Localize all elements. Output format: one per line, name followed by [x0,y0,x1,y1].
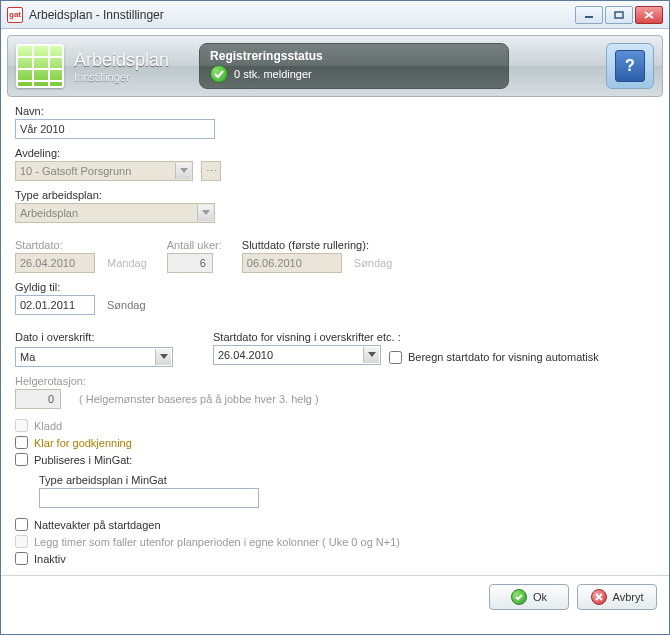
header-subtitle: Innstillinger [74,71,169,83]
minimize-button[interactable] [575,6,603,24]
startdato-visning-select[interactable] [213,345,381,365]
svg-marker-7 [368,352,376,357]
calendar-icon [16,44,64,88]
svg-rect-1 [615,12,623,18]
form-body: Navn: Avdeling: ⋯ Type arbeidsplan: Star [1,105,669,569]
beregn-auto-checkbox[interactable]: Beregn startdato for visning automatisk [389,351,599,364]
helgerotasjon-hint: ( Helgemønster baseres på å jobbe hver 3… [79,393,319,405]
navn-label: Navn: [15,105,655,117]
chevron-down-icon [197,205,213,221]
avbryt-button[interactable]: Avbryt [577,584,657,610]
sluttdato-label: Sluttdato (første rullering): [242,239,393,251]
titlebar: gat Arbeidsplan - Innstillinger [1,1,669,29]
ellipsis-icon: ⋯ [206,165,217,178]
avdeling-select [15,161,193,181]
antall-uker-label: Antall uker: [167,239,222,251]
registration-status: Registreringsstatus 0 stk. meldinger [199,43,509,89]
sluttdato-dayname: Søndag [354,257,393,269]
svg-marker-5 [202,210,210,215]
startdato-visning-label: Startdato for visning i overskrifter etc… [213,331,599,343]
type-mingat-input[interactable] [39,488,259,508]
chevron-down-icon[interactable] [155,349,171,365]
window-title: Arbeidsplan - Innstillinger [29,8,573,22]
maximize-button[interactable] [605,6,633,24]
status-ok-icon [210,65,228,83]
navn-input[interactable] [15,119,215,139]
status-message: 0 stk. meldinger [234,68,312,80]
helgerotasjon-label: Helgerotasjon: [15,375,655,387]
close-button[interactable] [635,6,663,24]
chevron-down-icon [175,163,191,179]
antall-uker-input [167,253,213,273]
startdato-input [15,253,95,273]
gyldig-til-dayname: Søndag [107,299,146,311]
kladd-checkbox: Kladd [15,419,655,432]
helgerotasjon-input [15,389,61,409]
nattevakter-checkbox[interactable]: Nattevakter på startdagen [15,518,655,531]
chevron-down-icon[interactable] [363,347,379,363]
header-panel: Arbeidsplan Innstillinger Registreringss… [7,35,663,97]
svg-marker-6 [160,354,168,359]
klar-godkjenning-checkbox[interactable]: Klar for godkjenning [15,436,655,449]
app-icon: gat [7,7,23,23]
dato-overskrift-label: Dato i overskrift: [15,331,193,343]
avdeling-label: Avdeling: [15,147,655,159]
startdato-dayname: Mandag [107,257,147,269]
type-arbeidsplan-label: Type arbeidsplan: [15,189,655,201]
legg-timer-checkbox: Legg timer som faller utenfor planperiod… [15,535,655,548]
avdeling-more-button: ⋯ [201,161,221,181]
button-bar: Ok Avbryt [1,575,669,618]
help-button[interactable] [606,43,654,89]
header-text: Arbeidsplan Innstillinger [74,50,169,83]
startdato-label: Startdato: [15,239,147,251]
gyldig-til-input[interactable] [15,295,95,315]
type-mingat-label: Type arbeidsplan i MinGat [39,474,655,486]
header-title: Arbeidsplan [74,50,169,71]
help-book-icon [615,50,645,82]
status-title: Registreringsstatus [210,49,498,63]
sluttdato-input [242,253,342,273]
inaktiv-checkbox[interactable]: Inaktiv [15,552,655,565]
cancel-icon [591,589,607,605]
ok-button[interactable]: Ok [489,584,569,610]
check-icon [511,589,527,605]
gyldig-til-label: Gyldig til: [15,281,655,293]
svg-marker-4 [180,168,188,173]
publiseres-mingat-checkbox[interactable]: Publiseres i MinGat: [15,453,655,466]
settings-dialog: gat Arbeidsplan - Innstillinger Arbeidsp… [0,0,670,635]
type-arbeidsplan-select [15,203,215,223]
dato-overskrift-select[interactable] [15,347,173,367]
